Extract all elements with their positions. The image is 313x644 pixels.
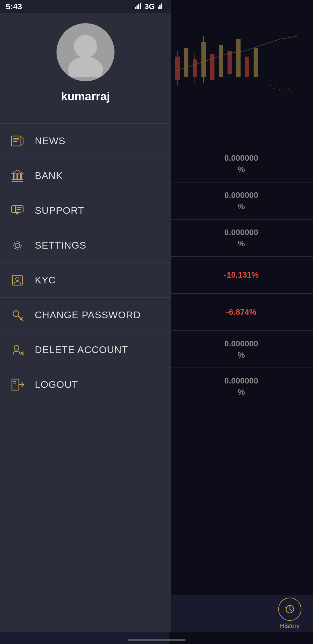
chart-area: [170, 13, 313, 158]
svg-point-56: [16, 277, 19, 281]
svg-rect-12: [210, 54, 214, 80]
menu-list: NEWS BANK: [0, 124, 171, 632]
data-value-4: -10.131%: [224, 269, 259, 281]
svg-point-37: [68, 57, 103, 77]
data-row-3: 0.000000 %: [170, 219, 313, 256]
svg-rect-44: [13, 174, 14, 179]
svg-rect-39: [13, 138, 19, 139]
change-password-icon: [9, 306, 26, 324]
status-bar: 5:43 3G: [0, 0, 171, 13]
data-row-6: 0.000000 %: [170, 331, 313, 368]
data-row-5: -6.874%: [170, 294, 313, 331]
svg-line-28: [290, 609, 292, 610]
svg-rect-48: [12, 181, 23, 182]
svg-point-21: [279, 89, 280, 91]
menu-label-change-password: CHANGE PASSWORD: [35, 309, 141, 321]
data-row-2: 0.000000 %: [170, 182, 313, 219]
menu-item-news[interactable]: NEWS: [0, 124, 171, 158]
svg-rect-51: [17, 207, 22, 208]
svg-point-23: [285, 90, 286, 91]
status-time: 5:43: [6, 2, 22, 11]
svg-rect-40: [13, 140, 19, 140]
menu-item-delete-account[interactable]: DELETE ACCOUNT: [0, 332, 171, 367]
menu-label-settings: SETTINGS: [35, 240, 86, 251]
svg-rect-52: [17, 209, 21, 210]
svg-rect-50: [15, 206, 23, 212]
svg-marker-43: [12, 170, 23, 174]
data-value-3: 0.000000 %: [224, 227, 258, 249]
data-value-7: 0.000000 %: [224, 375, 258, 398]
svg-rect-31: [138, 4, 139, 9]
network-label: 3G: [145, 2, 155, 11]
svg-point-20: [276, 86, 277, 88]
menu-label-logout: LOGOUT: [35, 379, 78, 390]
menu-label-kyc: KYC: [35, 274, 56, 286]
svg-rect-33: [158, 7, 159, 9]
menu-label-news: NEWS: [35, 135, 65, 146]
username: kumarraj: [61, 90, 110, 103]
news-icon: [9, 132, 26, 150]
svg-line-60: [20, 319, 21, 320]
svg-rect-46: [20, 174, 22, 179]
svg-point-19: [273, 88, 274, 89]
data-row-1: 0.000000 %: [170, 145, 313, 182]
menu-label-delete-account: DELETE ACCOUNT: [35, 344, 128, 355]
bottom-navigation: History: [170, 595, 313, 632]
menu-item-support[interactable]: SUPPORT: [0, 193, 171, 228]
data-value-1: 0.000000 %: [224, 152, 258, 175]
home-indicator: [128, 639, 185, 641]
svg-point-24: [288, 88, 289, 90]
data-value-2: 0.000000 %: [224, 189, 258, 212]
svg-marker-53: [15, 213, 19, 215]
svg-point-22: [282, 87, 283, 88]
menu-item-settings[interactable]: SETTINGS: [0, 228, 171, 263]
menu-label-support: SUPPORT: [35, 205, 84, 216]
svg-point-25: [291, 91, 292, 92]
menu-item-kyc[interactable]: KYC: [0, 263, 171, 298]
data-value-6: 0.000000 %: [224, 338, 258, 361]
profile-section: kumarraj: [0, 0, 171, 123]
svg-rect-38: [12, 136, 21, 146]
svg-point-61: [14, 345, 19, 350]
navigation-drawer: 5:43 3G: [0, 0, 171, 632]
data-row-4: -10.131%: [170, 256, 313, 294]
history-nav-item[interactable]: History: [278, 598, 301, 630]
kyc-icon: [9, 272, 26, 289]
delete-account-icon: [9, 341, 26, 359]
logout-icon: [9, 376, 26, 393]
menu-label-bank: BANK: [35, 170, 63, 181]
svg-rect-47: [12, 179, 23, 180]
svg-rect-30: [137, 6, 138, 9]
svg-rect-34: [159, 5, 161, 9]
menu-item-change-password[interactable]: CHANGE PASSWORD: [0, 298, 171, 332]
svg-rect-29: [135, 7, 136, 9]
svg-rect-16: [245, 57, 249, 77]
svg-point-54: [15, 243, 20, 248]
svg-rect-41: [13, 141, 17, 142]
svg-rect-64: [12, 379, 19, 390]
settings-icon: [9, 237, 26, 254]
data-row-7: 0.000000 %: [170, 368, 313, 405]
svg-point-18: [270, 85, 272, 86]
history-icon: [278, 598, 301, 621]
bank-icon: [9, 167, 26, 184]
menu-item-bank[interactable]: BANK: [0, 158, 171, 193]
status-icons: 3G: [134, 2, 165, 11]
svg-rect-45: [17, 174, 18, 179]
data-rows-panel: 0.000000 % 0.000000 % 0.000000 % -10.131…: [170, 145, 313, 405]
svg-rect-13: [219, 45, 223, 77]
svg-rect-17: [254, 48, 258, 77]
support-icon: [9, 202, 26, 219]
svg-rect-14: [228, 51, 232, 74]
svg-rect-35: [161, 3, 162, 9]
svg-rect-15: [236, 39, 241, 77]
data-value-5: -6.874%: [226, 306, 256, 318]
svg-rect-32: [140, 3, 141, 9]
avatar: [57, 23, 114, 81]
menu-item-logout[interactable]: LOGOUT: [0, 367, 171, 402]
signal-icon: [157, 3, 165, 11]
sim-icon: [134, 3, 142, 11]
history-label: History: [280, 622, 300, 630]
svg-point-36: [74, 35, 97, 58]
